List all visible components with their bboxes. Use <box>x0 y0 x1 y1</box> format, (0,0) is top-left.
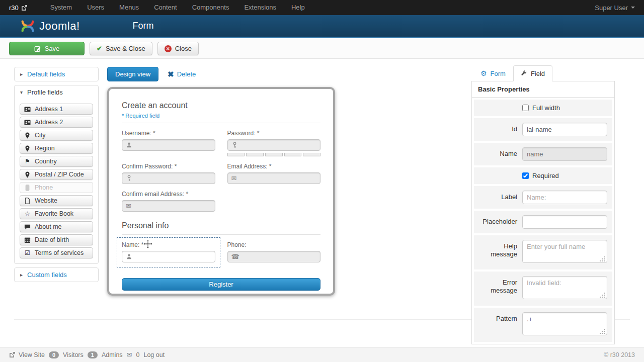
form-preview-title: Create an account <box>122 101 320 110</box>
full-width-checkbox[interactable] <box>522 105 529 111</box>
field-item-label: Region <box>35 145 55 152</box>
basic-properties-panel: Basic Properties Full width Id Name <box>471 81 615 344</box>
logout-link[interactable]: Log out <box>143 351 165 358</box>
accordion-toggle-default-fields[interactable]: ▸ Default fields <box>15 67 98 81</box>
placeholder-input[interactable] <box>522 215 607 229</box>
phone-field-preview[interactable]: Phone: ☎ <box>227 241 321 270</box>
field-item-terms-of-services[interactable]: ☑ Terms of services <box>20 247 93 258</box>
user-icon <box>126 253 132 260</box>
field-item-website[interactable]: Website <box>20 195 93 206</box>
main-content: ▸ Default fields ▾ Profile fields Addres… <box>0 59 644 347</box>
field-item-about-me[interactable]: About me <box>20 221 93 232</box>
file-icon <box>24 198 31 204</box>
joomla-logo-text: Joomla! <box>39 20 80 33</box>
menu-item-system[interactable]: System <box>43 0 79 15</box>
tab-form-label: Form <box>491 70 506 77</box>
profile-fields-label: Profile fields <box>27 88 63 96</box>
required-row: Required <box>474 167 612 184</box>
resize-grip-icon[interactable] <box>604 297 605 298</box>
profile-fields-list: Address 1 Address 2 City Region ⚑ Countr… <box>15 99 98 263</box>
name-label: Name: * <box>122 241 215 248</box>
save-button[interactable]: Save <box>9 42 85 55</box>
password-label: Password: * <box>227 130 321 137</box>
menu-item-users[interactable]: Users <box>79 0 112 15</box>
resize-grip-icon[interactable] <box>604 260 605 261</box>
help-message-textarea[interactable] <box>522 240 607 263</box>
password-input-preview <box>227 139 321 151</box>
form-divider <box>122 123 320 123</box>
resize-grip-icon[interactable] <box>604 333 605 334</box>
design-view-button[interactable]: Design view <box>107 67 158 81</box>
field-item-label: Address 2 <box>35 119 63 126</box>
error-message-textarea[interactable] <box>522 276 607 299</box>
toolbar: Save ✔ Save & Close ✕ Close <box>0 39 644 59</box>
field-item-date-of-birth[interactable]: Date of birth <box>20 234 93 245</box>
admin-menu: System Users Menus Content Components Ex… <box>43 0 312 15</box>
delete-x-icon: ✖ <box>168 70 174 79</box>
envelope-icon: ✉ <box>231 174 237 182</box>
confirm-password-input-preview <box>122 172 215 184</box>
field-item-favorite-book[interactable]: ☆ Favorite Book <box>20 208 93 219</box>
help-message-label: Help message <box>479 240 517 259</box>
caret-right-icon: ▸ <box>20 272 23 278</box>
label-input[interactable] <box>522 191 607 204</box>
menu-item-content[interactable]: Content <box>146 0 185 15</box>
menu-item-extensions[interactable]: Extensions <box>236 0 284 15</box>
tab-field[interactable]: Field <box>513 65 552 81</box>
view-site-link[interactable]: View Site <box>9 351 45 358</box>
placeholder-label: Placeholder <box>479 218 517 226</box>
email-field-preview[interactable]: Email Address: * ✉ <box>227 163 321 184</box>
field-item-label: Date of birth <box>35 236 69 243</box>
field-item-country[interactable]: ⚑ Country <box>20 156 93 167</box>
password-field-preview[interactable]: Password: * <box>227 130 321 156</box>
field-item-label: Address 1 <box>35 106 63 113</box>
user-menu[interactable]: Super User <box>595 4 635 12</box>
menu-item-components[interactable]: Components <box>185 0 237 15</box>
save-close-button[interactable]: ✔ Save & Close <box>90 42 152 55</box>
confirm-email-field-preview[interactable]: Confirm email Address: * ✉ <box>122 191 215 212</box>
phone-label: Phone: <box>227 241 321 248</box>
field-item-label: Favorite Book <box>35 210 73 217</box>
messages-count: 0 <box>136 351 140 358</box>
id-label: Id <box>479 125 517 133</box>
field-item-city[interactable]: City <box>20 130 93 141</box>
form-divider <box>122 234 320 235</box>
visitors-count-badge: 0 <box>49 351 59 358</box>
name-label: Name <box>479 150 517 158</box>
field-item-label: Website <box>35 197 57 204</box>
required-checkbox[interactable] <box>522 172 529 179</box>
close-button[interactable]: ✕ Close <box>157 42 199 55</box>
basic-properties-header: Basic Properties <box>472 81 614 98</box>
menu-item-help[interactable]: Help <box>284 0 312 15</box>
pattern-textarea[interactable]: .+ <box>522 312 607 335</box>
chevron-down-icon <box>631 7 635 9</box>
tab-form[interactable]: ⚙ Form <box>473 65 513 81</box>
field-item-address2[interactable]: Address 2 <box>20 117 93 128</box>
username-field-preview[interactable]: Username: * <box>122 130 215 156</box>
confirm-password-field-preview[interactable]: Confirm Password: * <box>122 163 215 184</box>
field-item-phone: Phone <box>20 182 93 193</box>
full-width-checkbox-label[interactable]: Full width <box>522 104 560 112</box>
site-brand-link[interactable]: r30 <box>9 4 28 12</box>
field-item-postal-zip[interactable]: Postal / ZIP Code <box>20 169 93 180</box>
delete-field-button[interactable]: ✖ Delete <box>168 70 196 79</box>
id-input[interactable] <box>522 123 607 136</box>
check-icon: ✔ <box>97 45 102 52</box>
field-item-region[interactable]: Region <box>20 143 93 154</box>
messages-envelope-icon: ✉ <box>127 351 132 358</box>
menu-item-menus[interactable]: Menus <box>112 0 146 15</box>
accordion-toggle-custom-fields[interactable]: ▸ Custom fields <box>15 268 98 282</box>
register-button-preview[interactable]: Register <box>122 278 320 291</box>
status-bar: View Site 0 Visitors 1 Admins ✉ 0 Log ou… <box>0 347 644 362</box>
wrench-icon <box>521 70 527 77</box>
move-cursor-icon <box>142 239 153 250</box>
username-label: Username: * <box>122 130 215 137</box>
visitors-label: Visitors <box>63 351 84 358</box>
form-preview-grid: Username: * Password: * Confirm Passwo <box>122 130 320 218</box>
accordion-toggle-profile-fields[interactable]: ▾ Profile fields <box>15 85 98 99</box>
name-field-preview-selected[interactable]: Name: * <box>117 237 220 267</box>
caret-right-icon: ▸ <box>20 71 23 77</box>
field-item-address1[interactable]: Address 1 <box>20 104 93 115</box>
joomla-logo: Joomla! <box>20 19 80 34</box>
required-checkbox-label[interactable]: Required <box>522 172 559 179</box>
